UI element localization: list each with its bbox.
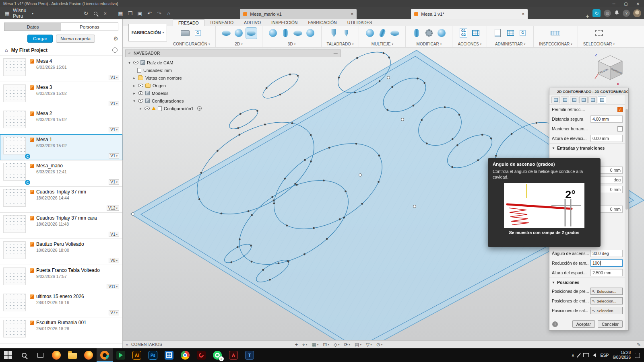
upload-button[interactable]: Cargar <box>27 35 53 43</box>
extensions-icon[interactable]: ◎ <box>604 10 611 17</box>
expand-caret-icon[interactable]: ▸ <box>139 107 142 111</box>
dialog-header[interactable]: — 2D CONTORNEADO : 2D CONTORNEADO3 <box>549 88 628 95</box>
spacing-height-input[interactable]: 2.500 mm <box>590 269 623 276</box>
photoshop-icon[interactable]: Ps <box>145 348 161 362</box>
pen-tray-icon[interactable] <box>577 353 581 357</box>
tab-passes-icon[interactable] <box>579 97 588 103</box>
list-item[interactable]: Escultura Rumania 001 25/01/2026 18:28 <box>0 317 122 343</box>
group-label[interactable]: MULTIEJE▾ <box>372 42 393 46</box>
browser-header[interactable]: « NAVEGADOR — <box>125 49 341 57</box>
group-label[interactable]: INSPECCIONAR▾ <box>539 42 572 46</box>
ribbon-tab-inspeccion[interactable]: INSPECCIÓN <box>266 19 303 26</box>
tab-datos[interactable]: Datos <box>4 23 61 31</box>
modify-gear-icon[interactable] <box>423 28 434 39</box>
expand-caret-icon[interactable]: ▸ <box>132 84 136 88</box>
section-entries-transitions[interactable]: ▼ Entradas y transiciones <box>549 143 628 152</box>
green-app-icon[interactable] <box>113 348 129 362</box>
select-predrill-button[interactable]: ↖Seleccion... <box>590 288 623 295</box>
section-positions[interactable]: ▼ Posiciones <box>549 278 628 286</box>
version-dropdown[interactable]: V1▾ <box>109 153 119 158</box>
minimize-button[interactable]: ─ <box>608 0 620 7</box>
3d-contour-icon[interactable] <box>293 28 303 39</box>
version-dropdown[interactable]: V1▾ <box>109 75 119 80</box>
show-hidden-icons-chevron[interactable]: ∧ <box>571 353 574 358</box>
item-thumbnail[interactable] <box>3 137 26 154</box>
version-dropdown[interactable]: V12▾ <box>107 206 119 211</box>
close-button[interactable]: ✕ <box>632 0 644 7</box>
document-tab-mesa-mario[interactable]: Mesa_mario v1 × <box>240 9 357 19</box>
tree-item-cam-root[interactable]: ▾ Raíz de CAM <box>126 59 218 66</box>
tab-personas[interactable]: Personas <box>61 23 118 31</box>
acrobat-icon[interactable] <box>193 348 209 362</box>
task-view-icon[interactable] <box>32 348 48 362</box>
item-thumbnail[interactable] <box>3 294 26 311</box>
tab-geometry-icon[interactable] <box>561 97 569 103</box>
ramp-reduction-input-focused[interactable]: 100 <box>590 259 623 267</box>
visibility-eye-icon[interactable] <box>138 84 143 87</box>
comments-label[interactable]: COMENTARIOS <box>131 342 162 347</box>
item-thumbnail[interactable] <box>3 163 26 181</box>
group-label[interactable]: ACCIONES▾ <box>458 42 481 46</box>
ribbon-tab-utilidades[interactable]: UTILIDADES <box>342 19 378 26</box>
close-tab-icon[interactable]: × <box>522 11 524 17</box>
visibility-eye-icon[interactable] <box>138 99 143 103</box>
tab-tool-icon[interactable] <box>551 97 560 103</box>
item-thumbnail[interactable] <box>3 241 26 259</box>
version-dropdown[interactable]: V1▾ <box>109 232 119 237</box>
visual-style-icon[interactable]: ◇▾ <box>334 342 340 348</box>
orbit-center-icon[interactable]: ⌖▾ <box>302 342 307 348</box>
2d-face-icon[interactable] <box>221 28 232 39</box>
display-tray-icon[interactable] <box>583 353 589 357</box>
tab-linking-icon[interactable] <box>598 97 606 103</box>
visibility-eye-icon[interactable] <box>133 61 138 64</box>
list-item[interactable]: Bautizo Peru Volteado 10/02/2026 18:00 V… <box>0 239 122 265</box>
whatsapp-icon[interactable]: 2 <box>209 348 225 362</box>
redo-icon[interactable]: ↷ <box>154 10 164 16</box>
navigation-icon[interactable]: ⊙▾ <box>376 342 383 348</box>
expand-caret-icon[interactable]: ▾ <box>132 99 136 103</box>
dialog-scrollbar[interactable] <box>625 95 628 330</box>
project-home-icon[interactable]: ⌂ <box>5 47 8 53</box>
accept-button[interactable]: Aceptar <box>572 320 595 328</box>
gear-icon[interactable]: ⚙ <box>113 35 118 42</box>
browser-icon[interactable] <box>80 348 97 362</box>
new-tab-button[interactable]: + <box>582 12 592 19</box>
save-icon[interactable]: ▣ <box>135 10 144 16</box>
measure-icon[interactable] <box>550 28 561 39</box>
document-tab-mesa-1[interactable]: Mesa 1 v1* × <box>411 9 528 19</box>
fusion-taskbar-icon[interactable] <box>97 348 113 362</box>
2d-adaptive-icon[interactable] <box>233 28 244 39</box>
share-project-icon[interactable] <box>112 47 118 53</box>
bore-icon[interactable] <box>341 28 352 39</box>
lift-height-input[interactable]: 0.00 mm <box>590 135 623 142</box>
gcode-setup-icon[interactable]: G <box>192 28 203 39</box>
list-item[interactable]: Puerta Franco Tabla Volteado 9/02/2026 1… <box>0 265 122 291</box>
layout-grid-icon[interactable]: ⊞▾ <box>323 342 329 348</box>
simulate-icon[interactable] <box>471 28 481 39</box>
volume-tray-icon[interactable] <box>593 353 596 357</box>
group-label[interactable]: MODIFICAR▾ <box>417 42 442 46</box>
data-panel-toggle-icon[interactable]: ▦ <box>116 10 125 16</box>
ribbon-tab-torneado[interactable]: TORNEADO <box>204 19 239 26</box>
visibility-eye-icon[interactable] <box>144 107 150 110</box>
tree-item-named-views[interactable]: ▸ Vistas con nombre <box>126 74 218 82</box>
list-item[interactable]: Mesa 3 6/03/2026 15:02 V1▾ <box>0 82 122 108</box>
new-folder-button[interactable]: Nueva carpeta <box>56 35 95 43</box>
undo-icon[interactable]: ↶ <box>144 10 154 16</box>
modify-trim-icon[interactable] <box>411 28 422 39</box>
user-avatar[interactable] <box>633 9 641 17</box>
tab-heights-icon[interactable] <box>570 97 578 103</box>
group-label[interactable]: ADMINISTRAR▾ <box>495 42 525 46</box>
3d-parallel-icon[interactable] <box>305 28 316 39</box>
drill-icon[interactable] <box>328 28 339 39</box>
chrome-icon[interactable] <box>177 348 193 362</box>
item-thumbnail[interactable] <box>3 111 26 128</box>
machine-library-icon[interactable]: G <box>517 28 528 39</box>
checkbox-unchecked[interactable] <box>617 126 623 132</box>
ribbon-tab-fresado[interactable]: FRESADO <box>173 19 204 26</box>
info-icon[interactable]: i <box>552 321 558 327</box>
multiaxis-swarf-icon[interactable] <box>377 28 388 39</box>
taskbar-search-icon[interactable] <box>16 348 32 362</box>
cancel-dialog-button[interactable]: Cancelar <box>598 320 623 328</box>
ribbon-tab-fabricacion[interactable]: FABRICACIÓN <box>303 19 342 26</box>
